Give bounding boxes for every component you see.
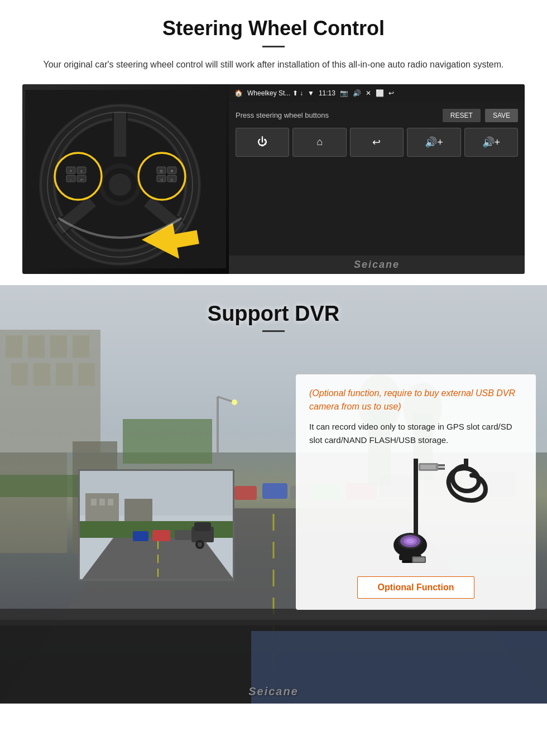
wheelkey-controls-grid: ⏻ ⌂ ↩ 🔊+ 🔊+	[236, 128, 518, 157]
svg-rect-78	[152, 530, 170, 541]
svg-point-63	[232, 399, 237, 405]
steering-wheel-left: + - ≡ ↩ ⊙ ✕ ◁ ▷	[22, 84, 229, 274]
back-control-btn[interactable]: ↩	[350, 128, 404, 157]
svg-rect-96	[438, 468, 445, 470]
svg-rect-39	[11, 363, 28, 386]
svg-text:⊙: ⊙	[160, 169, 163, 173]
vol-up-control-btn[interactable]: 🔊+	[407, 128, 460, 157]
svg-text:+: +	[70, 169, 72, 173]
seicane-dvr-watermark: Seicane	[248, 685, 299, 698]
svg-rect-43	[0, 452, 67, 553]
steering-section: Steering Wheel Control Your original car…	[0, 0, 547, 285]
svg-rect-40	[33, 363, 50, 386]
home-nav-icon[interactable]: 🏠	[234, 89, 243, 97]
svg-rect-42	[78, 363, 95, 386]
svg-text:▷: ▷	[171, 178, 174, 181]
svg-text:◁: ◁	[160, 178, 163, 181]
time-display: 11:13	[319, 89, 335, 97]
optional-function-button[interactable]: Optional Function	[357, 576, 475, 599]
status-bar: 🏠 Wheelkey St... ⬆ ↓ ▼ 11:13 📷 🔊 ✕ ⬜ ↩	[229, 84, 525, 102]
camera-svg	[332, 459, 500, 565]
svg-rect-79	[175, 530, 191, 540]
close-icon: ✕	[366, 89, 371, 97]
volume-icon: 🔊	[353, 89, 361, 97]
svg-rect-70	[91, 499, 97, 505]
dvr-camera-illustration	[309, 456, 522, 567]
wifi-icon: ▼	[308, 89, 314, 97]
app-name-label: Wheelkey St... ⬆ ↓	[247, 89, 303, 97]
svg-rect-49	[234, 486, 257, 500]
wheelkey-top-row: Press steering wheel buttons RESET SAVE	[236, 109, 518, 122]
svg-text:↩: ↩	[80, 178, 83, 181]
dvr-info-card: (Optional function, require to buy exter…	[296, 374, 536, 610]
back-icon[interactable]: ↩	[388, 89, 394, 97]
svg-rect-94	[420, 465, 436, 469]
vol-up2-control-btn[interactable]: 🔊+	[464, 128, 518, 157]
svg-text:≡: ≡	[80, 170, 83, 173]
svg-point-83	[198, 542, 202, 547]
dvr-section: Support DVR	[0, 285, 547, 704]
reset-button[interactable]: RESET	[443, 109, 481, 122]
dvr-body-text: It can record video only to storage in G…	[309, 420, 522, 447]
steering-title: Steering Wheel Control	[22, 17, 525, 40]
dvr-title-area: Support DVR	[0, 285, 547, 343]
dvr-title: Support DVR	[0, 302, 547, 326]
svg-rect-50	[262, 483, 287, 499]
svg-rect-65	[0, 609, 547, 625]
svg-rect-77	[133, 531, 148, 541]
wheelkey-instruction: Press steering wheel buttons	[236, 111, 438, 119]
window-icon: ⬜	[376, 89, 384, 97]
steering-divider	[262, 46, 285, 47]
steering-wheel-svg: + - ≡ ↩ ⊙ ✕ ◁ ▷	[25, 90, 226, 268]
dvr-thumbnail	[78, 469, 234, 581]
svg-point-12	[109, 174, 131, 196]
dvr-optional-text: (Optional function, require to buy exter…	[309, 387, 522, 413]
dvr-divider	[262, 330, 285, 332]
power-control-btn[interactable]: ⏻	[236, 128, 289, 157]
save-button[interactable]: SAVE	[485, 109, 518, 122]
dvr-thumbnail-inner	[80, 471, 233, 579]
svg-rect-92	[413, 557, 425, 562]
svg-rect-81	[194, 522, 211, 531]
steering-image-area: + - ≡ ↩ ⊙ ✕ ◁ ▷	[22, 84, 525, 274]
status-icons: 📷	[340, 89, 348, 97]
seicane-watermark-steering: Seicane	[229, 256, 525, 274]
svg-point-88	[406, 539, 414, 543]
wheelkey-ui-area: Press steering wheel buttons RESET SAVE …	[229, 102, 525, 256]
steering-headunit-right: 🏠 Wheelkey St... ⬆ ↓ ▼ 11:13 📷 🔊 ✕ ⬜ ↩ P…	[229, 84, 525, 274]
svg-rect-45	[123, 419, 212, 464]
svg-rect-41	[56, 363, 73, 386]
thumb-road-svg	[80, 471, 234, 581]
steering-subtitle: Your original car's steering wheel contr…	[22, 57, 525, 72]
svg-rect-72	[108, 499, 113, 505]
home-control-btn[interactable]: ⌂	[292, 128, 346, 157]
svg-rect-71	[99, 499, 105, 505]
svg-text:✕: ✕	[170, 169, 174, 173]
svg-rect-95	[438, 464, 445, 466]
